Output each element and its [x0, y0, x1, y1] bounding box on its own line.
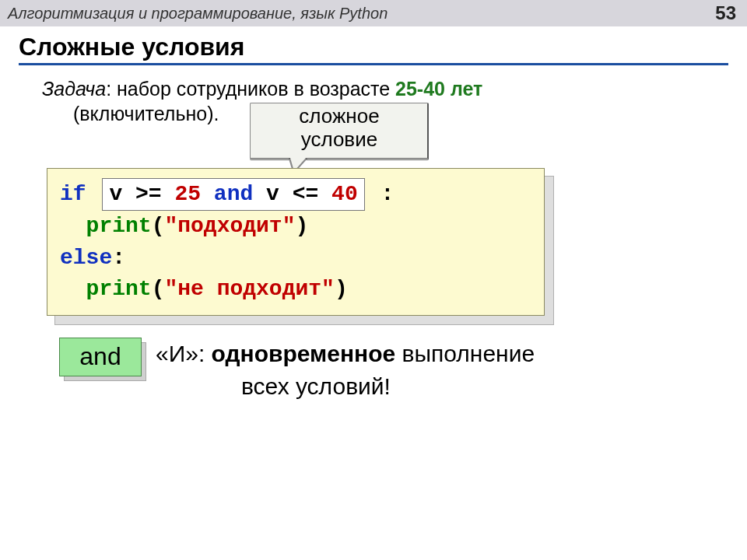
colon-1: :	[381, 182, 395, 206]
task-line-1: Задача: набор сотрудников в возрасте 25-…	[42, 76, 728, 103]
condition-box: v >= 25 and v <= 40	[102, 178, 364, 212]
task-range: 25-40 лет	[395, 78, 482, 100]
task-line-2: (включительно).	[73, 103, 219, 125]
callout: сложное условие	[250, 103, 429, 160]
kw-if: if	[60, 182, 86, 206]
code-line-2: print("подходит")	[60, 211, 531, 243]
page-number: 53	[715, 2, 736, 24]
header-title: Алгоритмизация и программирование, язык …	[8, 5, 388, 23]
and-rest1: выполнение	[395, 341, 535, 366]
section-title: Сложные условия	[19, 33, 728, 65]
callout-line1: сложное	[255, 105, 423, 128]
and-badge: and	[59, 338, 142, 376]
str-ok: "подходит"	[164, 214, 295, 238]
and-quote: «И»:	[156, 341, 212, 366]
cond-n1: 25	[174, 182, 201, 206]
and-explanation: «И»: одновременное выполнение всех услов…	[156, 338, 535, 403]
callout-line2: условие	[255, 128, 423, 152]
kw-else: else	[60, 246, 112, 270]
and-strip: and «И»: одновременное выполнение всех у…	[59, 338, 728, 403]
and-line-2: всех условий!	[156, 370, 535, 403]
cond-v1: v >=	[109, 182, 174, 206]
code-line-1: if v >= 25 and v <= 40 :	[60, 178, 531, 212]
task-label: Задача	[42, 78, 106, 100]
code-box: if v >= 25 and v <= 40 : print("подходит…	[47, 168, 545, 316]
and-bold: одновременное	[212, 341, 396, 366]
kw-print-2: print	[86, 277, 152, 301]
str-no: "не подходит"	[164, 277, 334, 301]
task-line-2-row: (включительно). сложное условие	[19, 103, 728, 160]
colon-2: :	[112, 246, 125, 270]
code-line-4: print("не подходит")	[60, 274, 531, 306]
cond-n2: 40	[331, 182, 358, 206]
cond-and: and	[201, 182, 266, 206]
code-line-3: else:	[60, 243, 531, 275]
slide: Алгоритмизация и программирование, язык …	[0, 0, 747, 560]
content: Сложные условия Задача: набор сотруднико…	[0, 26, 747, 403]
and-badge-wrap: and	[59, 338, 145, 380]
header-bar: Алгоритмизация и программирование, язык …	[0, 0, 747, 26]
callout-box: сложное условие	[250, 103, 429, 160]
cond-v2: v <=	[266, 182, 331, 206]
code-block: if v >= 25 and v <= 40 : print("подходит…	[47, 168, 545, 316]
task-text: : набор сотрудников в возрасте	[106, 78, 395, 100]
kw-print-1: print	[86, 214, 152, 238]
and-line-1: «И»: одновременное выполнение	[156, 338, 535, 370]
